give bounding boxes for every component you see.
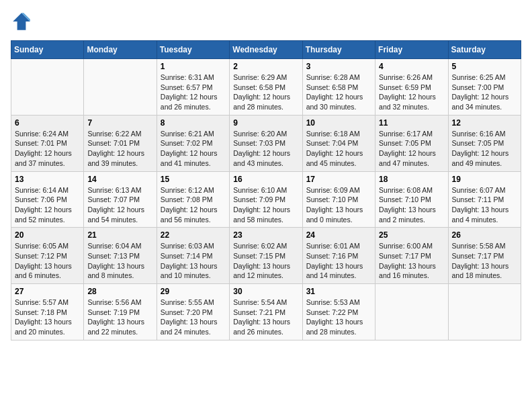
day-info: Sunrise: 6:16 AM Sunset: 7:05 PM Dayligh… (452, 129, 517, 169)
calendar-cell: 23Sunrise: 6:02 AM Sunset: 7:15 PM Dayli… (230, 228, 302, 284)
calendar-cell: 5Sunrise: 6:25 AM Sunset: 7:00 PM Daylig… (448, 59, 521, 116)
day-info: Sunrise: 6:21 AM Sunset: 7:02 PM Dayligh… (161, 129, 226, 169)
calendar-cell: 3Sunrise: 6:28 AM Sunset: 6:58 PM Daylig… (302, 59, 375, 116)
weekday-header: Tuesday (157, 41, 229, 59)
day-info: Sunrise: 6:28 AM Sunset: 6:58 PM Dayligh… (306, 73, 371, 112)
day-number: 10 (306, 118, 371, 128)
calendar-cell: 16Sunrise: 6:10 AM Sunset: 7:09 PM Dayli… (230, 171, 302, 228)
day-info: Sunrise: 6:20 AM Sunset: 7:03 PM Dayligh… (233, 129, 298, 169)
day-info: Sunrise: 6:00 AM Sunset: 7:17 PM Dayligh… (379, 241, 444, 281)
day-info: Sunrise: 6:10 AM Sunset: 7:09 PM Dayligh… (233, 185, 298, 225)
calendar-cell (375, 284, 448, 340)
svg-marker-0 (13, 13, 30, 30)
day-number: 4 (379, 62, 444, 71)
day-number: 16 (233, 175, 298, 184)
calendar-cell: 18Sunrise: 6:08 AM Sunset: 7:10 PM Dayli… (375, 171, 448, 228)
day-number: 26 (452, 230, 517, 240)
weekday-header: Monday (84, 41, 157, 59)
calendar-cell: 31Sunrise: 5:53 AM Sunset: 7:22 PM Dayli… (302, 284, 375, 340)
day-info: Sunrise: 6:03 AM Sunset: 7:14 PM Dayligh… (161, 241, 226, 281)
day-info: Sunrise: 5:57 AM Sunset: 7:18 PM Dayligh… (15, 298, 80, 337)
day-number: 14 (87, 175, 152, 184)
calendar: SundayMondayTuesdayWednesdayThursdayFrid… (11, 40, 521, 340)
day-info: Sunrise: 6:26 AM Sunset: 6:59 PM Dayligh… (379, 73, 444, 112)
day-number: 5 (452, 62, 517, 71)
weekday-header: Wednesday (230, 41, 302, 59)
day-number: 3 (306, 62, 371, 71)
calendar-cell: 13Sunrise: 6:14 AM Sunset: 7:06 PM Dayli… (11, 171, 84, 228)
calendar-cell: 4Sunrise: 6:26 AM Sunset: 6:59 PM Daylig… (375, 59, 448, 116)
weekday-header: Friday (375, 41, 448, 59)
day-number: 8 (161, 118, 226, 128)
logo-icon (11, 11, 32, 32)
day-info: Sunrise: 6:05 AM Sunset: 7:12 PM Dayligh… (15, 241, 80, 281)
calendar-cell (84, 59, 157, 116)
day-number: 31 (306, 287, 371, 296)
day-info: Sunrise: 6:02 AM Sunset: 7:15 PM Dayligh… (233, 241, 298, 281)
day-info: Sunrise: 6:09 AM Sunset: 7:10 PM Dayligh… (306, 185, 371, 225)
calendar-cell: 6Sunrise: 6:24 AM Sunset: 7:01 PM Daylig… (11, 115, 84, 171)
day-info: Sunrise: 6:18 AM Sunset: 7:04 PM Dayligh… (306, 129, 371, 169)
day-info: Sunrise: 5:53 AM Sunset: 7:22 PM Dayligh… (306, 298, 371, 337)
day-info: Sunrise: 6:07 AM Sunset: 7:11 PM Dayligh… (452, 185, 517, 225)
day-number: 2 (233, 62, 298, 71)
weekday-header: Thursday (302, 41, 375, 59)
calendar-cell: 19Sunrise: 6:07 AM Sunset: 7:11 PM Dayli… (448, 171, 521, 228)
day-info: Sunrise: 5:55 AM Sunset: 7:20 PM Dayligh… (161, 298, 226, 337)
calendar-cell: 2Sunrise: 6:29 AM Sunset: 6:58 PM Daylig… (230, 59, 302, 116)
calendar-cell: 10Sunrise: 6:18 AM Sunset: 7:04 PM Dayli… (302, 115, 375, 171)
day-info: Sunrise: 6:13 AM Sunset: 7:07 PM Dayligh… (87, 185, 152, 225)
calendar-week-row: 1Sunrise: 6:31 AM Sunset: 6:57 PM Daylig… (11, 59, 521, 116)
weekday-header: Sunday (11, 41, 84, 59)
calendar-cell: 30Sunrise: 5:54 AM Sunset: 7:21 PM Dayli… (230, 284, 302, 340)
day-number: 20 (15, 230, 80, 240)
day-number: 18 (379, 175, 444, 184)
calendar-header: SundayMondayTuesdayWednesdayThursdayFrid… (11, 41, 521, 59)
calendar-cell: 22Sunrise: 6:03 AM Sunset: 7:14 PM Dayli… (157, 228, 229, 284)
calendar-cell: 12Sunrise: 6:16 AM Sunset: 7:05 PM Dayli… (448, 115, 521, 171)
day-number: 17 (306, 175, 371, 184)
day-number: 13 (15, 175, 80, 184)
day-info: Sunrise: 6:17 AM Sunset: 7:05 PM Dayligh… (379, 129, 444, 169)
calendar-cell: 1Sunrise: 6:31 AM Sunset: 6:57 PM Daylig… (157, 59, 229, 116)
day-number: 21 (87, 230, 152, 240)
logo (11, 11, 35, 32)
calendar-week-row: 13Sunrise: 6:14 AM Sunset: 7:06 PM Dayli… (11, 171, 521, 228)
day-number: 22 (161, 230, 226, 240)
day-number: 19 (452, 175, 517, 184)
day-number: 30 (233, 287, 298, 296)
calendar-cell: 27Sunrise: 5:57 AM Sunset: 7:18 PM Dayli… (11, 284, 84, 340)
calendar-cell: 24Sunrise: 6:01 AM Sunset: 7:16 PM Dayli… (302, 228, 375, 284)
day-number: 27 (15, 287, 80, 296)
day-info: Sunrise: 6:12 AM Sunset: 7:08 PM Dayligh… (161, 185, 226, 225)
calendar-week-row: 20Sunrise: 6:05 AM Sunset: 7:12 PM Dayli… (11, 228, 521, 284)
day-number: 15 (161, 175, 226, 184)
calendar-cell: 7Sunrise: 6:22 AM Sunset: 7:01 PM Daylig… (84, 115, 157, 171)
day-number: 6 (15, 118, 80, 128)
calendar-cell: 9Sunrise: 6:20 AM Sunset: 7:03 PM Daylig… (230, 115, 302, 171)
calendar-cell: 8Sunrise: 6:21 AM Sunset: 7:02 PM Daylig… (157, 115, 229, 171)
calendar-cell (11, 59, 84, 116)
calendar-cell: 29Sunrise: 5:55 AM Sunset: 7:20 PM Dayli… (157, 284, 229, 340)
day-number: 12 (452, 118, 517, 128)
day-number: 24 (306, 230, 371, 240)
calendar-cell: 15Sunrise: 6:12 AM Sunset: 7:08 PM Dayli… (157, 171, 229, 228)
calendar-cell: 20Sunrise: 6:05 AM Sunset: 7:12 PM Dayli… (11, 228, 84, 284)
weekday-header: Saturday (448, 41, 521, 59)
calendar-cell: 14Sunrise: 6:13 AM Sunset: 7:07 PM Dayli… (84, 171, 157, 228)
calendar-week-row: 6Sunrise: 6:24 AM Sunset: 7:01 PM Daylig… (11, 115, 521, 171)
calendar-cell: 21Sunrise: 6:04 AM Sunset: 7:13 PM Dayli… (84, 228, 157, 284)
day-info: Sunrise: 6:08 AM Sunset: 7:10 PM Dayligh… (379, 185, 444, 225)
header (11, 11, 521, 32)
day-number: 11 (379, 118, 444, 128)
day-info: Sunrise: 5:54 AM Sunset: 7:21 PM Dayligh… (233, 298, 298, 337)
day-info: Sunrise: 6:22 AM Sunset: 7:01 PM Dayligh… (87, 129, 152, 169)
day-number: 25 (379, 230, 444, 240)
day-number: 28 (87, 287, 152, 296)
day-number: 29 (161, 287, 226, 296)
calendar-body: 1Sunrise: 6:31 AM Sunset: 6:57 PM Daylig… (11, 59, 521, 340)
calendar-cell: 25Sunrise: 6:00 AM Sunset: 7:17 PM Dayli… (375, 228, 448, 284)
day-info: Sunrise: 5:56 AM Sunset: 7:19 PM Dayligh… (87, 298, 152, 337)
calendar-cell: 28Sunrise: 5:56 AM Sunset: 7:19 PM Dayli… (84, 284, 157, 340)
calendar-cell: 17Sunrise: 6:09 AM Sunset: 7:10 PM Dayli… (302, 171, 375, 228)
